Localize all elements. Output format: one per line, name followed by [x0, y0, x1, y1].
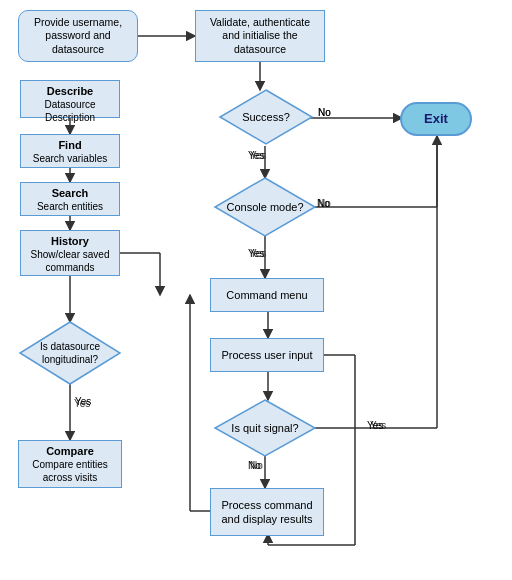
yes-label-success: Yes	[248, 150, 264, 161]
yes-label-quit: Yes	[367, 420, 383, 431]
process-user-input: Process user input	[210, 338, 324, 372]
validate-box: Validate, authenticate and initialise th…	[195, 10, 325, 62]
quit-label: Is quit signal?	[231, 421, 298, 435]
process-command: Process command and display results	[210, 488, 324, 536]
no-label-console: No	[317, 198, 330, 209]
longitudinal-diamond: Is datasource longitudinal?	[18, 320, 122, 386]
yes-label-longitudinal: Yes	[75, 396, 91, 407]
sidebar-describe: Describe Datasource Description	[20, 80, 120, 118]
longitudinal-label: Is datasource longitudinal?	[18, 340, 122, 366]
success-label: Success?	[242, 110, 290, 124]
sidebar-find: Find Search variables	[20, 134, 120, 168]
sidebar-history: History Show/clear saved commands	[20, 230, 120, 276]
console-diamond: Console mode?	[213, 176, 317, 238]
compare-box: Compare Compare entities across visits	[18, 440, 122, 488]
no-label-quit: No	[248, 460, 261, 471]
exit-pill: Exit	[400, 102, 472, 136]
start-box: Provide username, password and datasourc…	[18, 10, 138, 62]
no-label-success: No	[318, 107, 331, 118]
yes-label-console: Yes	[248, 248, 264, 259]
command-menu: Command menu	[210, 278, 324, 312]
console-label: Console mode?	[226, 200, 303, 214]
quit-diamond: Is quit signal?	[213, 398, 317, 458]
sidebar-search: Search Search entities	[20, 182, 120, 216]
flowchart: No Yes No Yes Yes No Yes Provide usernam…	[0, 0, 512, 580]
success-diamond: Success?	[218, 88, 314, 146]
